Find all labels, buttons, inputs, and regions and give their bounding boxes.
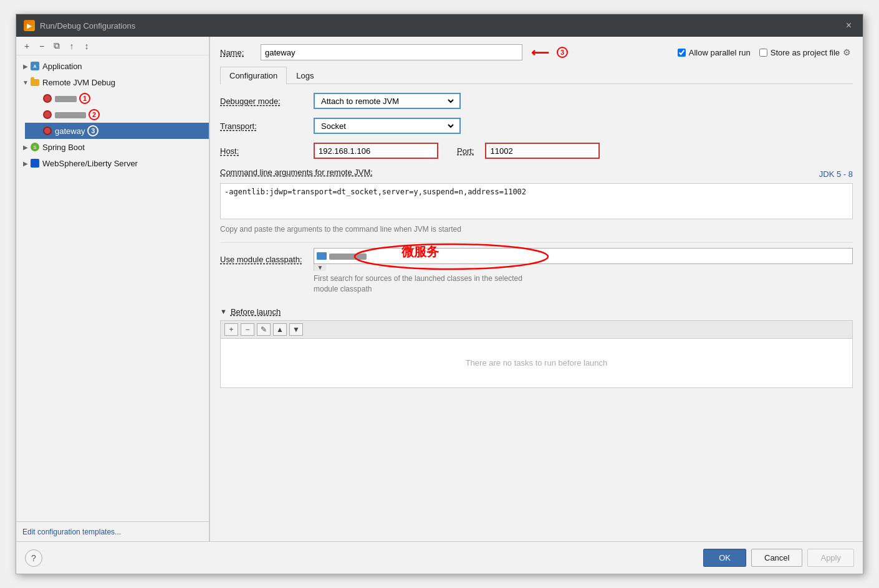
module-classpath-row: Use module classpath: — [220, 248, 853, 271]
module-classpath-label: Use module classpath: — [220, 255, 307, 264]
section-divider — [220, 242, 853, 243]
store-project-label[interactable]: Store as project file — [771, 48, 840, 57]
before-launch-down-btn[interactable]: ▼ — [289, 323, 303, 336]
before-launch-up-btn[interactable]: ▲ — [273, 323, 287, 336]
sidebar-toolbar: + − ⧉ ↑ ↕ — [16, 37, 209, 55]
debug-icon-2 — [42, 110, 52, 120]
allow-parallel-label[interactable]: Allow parallel run — [689, 48, 751, 57]
before-launch-toolbar: + − ✎ ▲ ▼ — [220, 320, 853, 338]
expand-toggle-application[interactable]: ▶ — [21, 62, 30, 70]
gateway-label: gateway — [55, 126, 85, 136]
dialog-title: Run/Debug Configurations — [40, 21, 135, 31]
apply-button[interactable]: Apply — [807, 549, 854, 567]
before-launch-content: There are no tasks to run before launch — [220, 338, 853, 388]
module-select-wrapper[interactable]: 微服务 — [314, 248, 853, 264]
run-debug-dialog: ▶ Run/Debug Configurations × + − ⧉ ↑ ↕ ▶ — [16, 14, 863, 574]
sidebar-item-debug-2[interactable]: 2 — [25, 107, 209, 123]
sidebar-item-gateway[interactable]: gateway 3 — [25, 123, 209, 139]
name-badge-3: 3 — [557, 47, 568, 58]
expand-toggle-spring[interactable]: ▶ — [21, 143, 30, 151]
name-input[interactable] — [261, 44, 522, 60]
edit-templates-link[interactable]: Edit configuration templates... — [22, 528, 121, 536]
sidebar-item-remote-jvm[interactable]: ▼ Remote JVM Debug — [16, 74, 209, 90]
remote-jvm-label: Remote JVM Debug — [42, 78, 115, 87]
debugger-mode-select[interactable]: Attach to remote JVM Listen to remote JV… — [319, 96, 456, 107]
copy-config-button[interactable]: ⧉ — [50, 39, 64, 53]
app-type-icon: A — [31, 62, 39, 70]
expand-toggle-websphere[interactable]: ▶ — [21, 159, 30, 168]
expand-toggle-remote-jvm[interactable]: ▼ — [21, 78, 30, 87]
before-launch-header: ▼ Before launch — [220, 307, 853, 316]
spring-type-icon: S — [31, 143, 39, 151]
config-content: Debugger mode: Attach to remote JVM List… — [220, 84, 853, 541]
name-arrow-annotation: ⟵ — [531, 45, 549, 60]
module-select-outer: 微服务 ▼ — [314, 248, 853, 271]
app-icon: ▶ — [24, 20, 35, 31]
module-value-text — [329, 252, 367, 261]
debug-icon-1 — [42, 93, 52, 103]
remote-jvm-icon — [30, 77, 40, 87]
oval-annotation-svg — [352, 241, 551, 272]
before-launch-toggle[interactable]: ▼ — [220, 308, 227, 315]
cmd-args-textarea[interactable]: -agentlib:jdwp=transport=dt_socket,serve… — [220, 183, 853, 219]
debugger-mode-select-wrapper: Attach to remote JVM Listen to remote JV… — [314, 93, 461, 109]
before-launch-remove-btn[interactable]: − — [241, 323, 254, 336]
gateway-debug-icon — [42, 126, 52, 136]
allow-parallel-checkbox[interactable] — [678, 49, 686, 57]
module-hint: First search for sources of the launched… — [314, 273, 853, 295]
sidebar-item-debug-1[interactable]: 1 — [25, 90, 209, 107]
footer-buttons: OK Cancel Apply — [703, 549, 854, 567]
application-folder-icon: A — [30, 61, 40, 71]
tab-logs[interactable]: Logs — [287, 67, 323, 84]
port-label: Port: — [457, 146, 474, 156]
add-config-button[interactable]: + — [20, 39, 34, 53]
spring-boot-icon: S — [30, 142, 40, 152]
transport-select[interactable]: Socket Shared memory — [319, 121, 456, 131]
debug-item-2-label — [55, 110, 86, 120]
before-launch-add-btn[interactable]: + — [224, 323, 238, 336]
sidebar-item-spring-boot[interactable]: ▶ S Spring Boot — [16, 139, 209, 155]
debugger-mode-group: Debugger mode: Attach to remote JVM List… — [220, 93, 853, 109]
sidebar-item-websphere[interactable]: ▶ WebSphere/Liberty Server — [16, 155, 209, 171]
gear-icon[interactable]: ⚙ — [843, 47, 853, 57]
tab-configuration[interactable]: Configuration — [220, 67, 287, 84]
remove-config-button[interactable]: − — [35, 39, 49, 53]
module-folder-icon — [317, 252, 327, 260]
debug-type-icon-2 — [43, 110, 52, 119]
gateway-type-icon — [43, 126, 52, 135]
websphere-label: WebSphere/Liberty Server — [42, 159, 138, 168]
ok-button[interactable]: OK — [703, 549, 746, 567]
svg-point-0 — [355, 244, 548, 269]
before-launch-title: Before launch — [231, 307, 281, 316]
application-label: Application — [42, 62, 82, 71]
host-label: Host: — [220, 146, 307, 156]
title-bar-left: ▶ Run/Debug Configurations — [24, 20, 135, 31]
module-dropdown-button[interactable]: ▼ — [314, 264, 326, 271]
annotation-badge-1: 1 — [79, 93, 90, 104]
cmd-hint: Copy and paste the arguments to the comm… — [220, 225, 853, 234]
tabs-bar: Configuration Logs — [220, 67, 853, 84]
title-bar: ▶ Run/Debug Configurations × — [16, 14, 863, 37]
store-project-row: Store as project file ⚙ — [759, 47, 853, 57]
close-button[interactable]: × — [842, 19, 855, 32]
main-panel: Name: ⟵ 3 Allow parallel run Store as pr… — [210, 37, 863, 541]
jdk-version-link[interactable]: JDK 5 - 8 — [819, 169, 853, 179]
before-launch-edit-btn[interactable]: ✎ — [257, 323, 271, 336]
host-input[interactable] — [314, 143, 438, 159]
help-button[interactable]: ? — [25, 549, 42, 567]
no-tasks-label: There are no tasks to run before launch — [466, 358, 608, 368]
spring-boot-label: Spring Boot — [42, 143, 85, 152]
sidebar-item-application[interactable]: ▶ A Application — [16, 58, 209, 74]
debugger-mode-label: Debugger mode: — [220, 97, 307, 106]
move-config-button[interactable]: ↑ — [65, 39, 79, 53]
cmd-args-section: Command line arguments for remote JVM: J… — [220, 168, 853, 234]
cancel-button[interactable]: Cancel — [751, 549, 802, 567]
chinese-annotation-overlay: 微服务 — [352, 241, 551, 274]
websphere-type-icon — [31, 159, 39, 168]
store-project-checkbox[interactable] — [759, 49, 767, 57]
allow-parallel-row: Allow parallel run — [678, 48, 751, 57]
sidebar: + − ⧉ ↑ ↕ ▶ A Application ▼ — [16, 37, 209, 541]
cmd-args-label: Command line arguments for remote JVM: — [220, 168, 373, 177]
port-input[interactable] — [485, 143, 600, 159]
sort-config-button[interactable]: ↕ — [80, 39, 94, 53]
